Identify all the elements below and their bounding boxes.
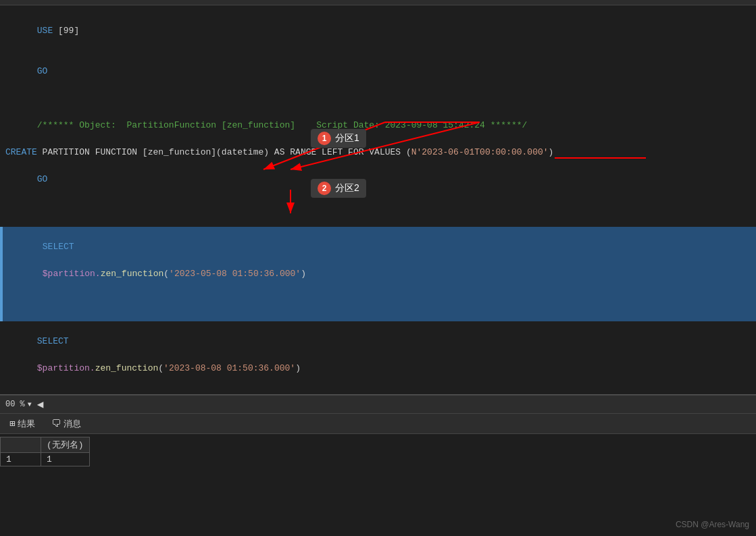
status-bar: 00 % ▼ ◀ — [0, 395, 756, 414]
code-line-2: GO — [0, 51, 756, 92]
code-line-9 — [0, 294, 756, 308]
cell-value-1: 1 — [41, 453, 90, 466]
label-circle-1: 1 — [318, 132, 331, 145]
code-line-1: USE [99] — [0, 11, 756, 51]
top-bar — [0, 0, 756, 5]
result-set-1: (无列名) 1 1 — [0, 434, 756, 472]
messages-icon: 🗨 — [51, 419, 61, 429]
result-spacer — [0, 472, 756, 536]
col-header-1: (无列名) — [41, 437, 90, 453]
label-text-1: 分区1 — [335, 132, 359, 144]
code-line-select1: SELECT $partition.zen_function('2023-05-… — [0, 227, 756, 294]
code-line-10 — [0, 308, 756, 321]
watermark: CSDN @Ares-Wang — [676, 520, 749, 529]
result-table-1: (无列名) 1 1 — [0, 437, 90, 466]
code-line-6: GO — [0, 159, 756, 200]
results-table-icon: ⊞ — [9, 418, 15, 429]
label-box-1: 1 分区1 — [311, 129, 366, 148]
code-line-8 — [0, 213, 756, 227]
tab-results[interactable]: ⊞ 结果 — [5, 417, 39, 431]
code-line-4: /****** Object: PartitionFunction [zen_f… — [0, 105, 756, 146]
row-number-1: 1 — [1, 453, 41, 466]
editor-area: USE [99] GO /****** Object: PartitionFun… — [0, 5, 756, 395]
label-text-2: 分区2 — [335, 182, 359, 194]
label-circle-2: 2 — [318, 182, 331, 195]
label-box-2: 2 分区2 — [311, 179, 366, 198]
zoom-arrow[interactable]: ▼ — [28, 401, 32, 408]
tab-messages[interactable]: 🗨 消息 — [47, 417, 85, 431]
code-line-select2: SELECT $partition.zen_function('2023-08-… — [0, 321, 756, 389]
code-line-3 — [0, 92, 756, 105]
tab-results-label: 结果 — [18, 418, 35, 430]
results-tabs-bar: ⊞ 结果 🗨 消息 — [0, 414, 756, 434]
row-num-header-1 — [1, 437, 41, 453]
tab-messages-label: 消息 — [64, 418, 81, 430]
code-line-7 — [0, 200, 756, 213]
table-row: 1 1 — [1, 453, 90, 466]
scroll-left-icon[interactable]: ◀ — [37, 398, 44, 411]
code-line-5: CREATE PARTITION FUNCTION [zen_function]… — [0, 146, 756, 159]
zoom-percent: 00 % — [5, 400, 25, 409]
